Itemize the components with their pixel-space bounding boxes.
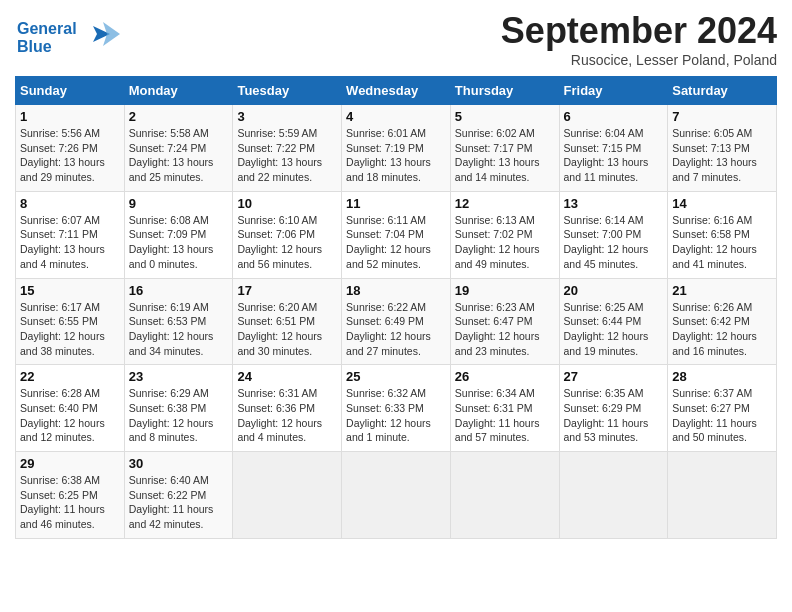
calendar-cell: 5Sunrise: 6:02 AM Sunset: 7:17 PM Daylig… bbox=[450, 105, 559, 192]
calendar-cell: 24Sunrise: 6:31 AM Sunset: 6:36 PM Dayli… bbox=[233, 365, 342, 452]
day-number: 14 bbox=[672, 196, 772, 211]
calendar-cell bbox=[450, 452, 559, 539]
day-info: Sunrise: 6:40 AM Sunset: 6:22 PM Dayligh… bbox=[129, 473, 229, 532]
svg-text:General: General bbox=[17, 20, 77, 37]
weekday-friday: Friday bbox=[559, 77, 668, 105]
logo-text: General Blue bbox=[15, 14, 125, 62]
day-number: 16 bbox=[129, 283, 229, 298]
day-number: 27 bbox=[564, 369, 664, 384]
weekday-thursday: Thursday bbox=[450, 77, 559, 105]
day-info: Sunrise: 6:20 AM Sunset: 6:51 PM Dayligh… bbox=[237, 300, 337, 359]
weekday-saturday: Saturday bbox=[668, 77, 777, 105]
day-number: 29 bbox=[20, 456, 120, 471]
day-info: Sunrise: 6:26 AM Sunset: 6:42 PM Dayligh… bbox=[672, 300, 772, 359]
day-number: 5 bbox=[455, 109, 555, 124]
day-info: Sunrise: 6:08 AM Sunset: 7:09 PM Dayligh… bbox=[129, 213, 229, 272]
day-number: 18 bbox=[346, 283, 446, 298]
day-number: 1 bbox=[20, 109, 120, 124]
day-number: 3 bbox=[237, 109, 337, 124]
calendar-cell: 6Sunrise: 6:04 AM Sunset: 7:15 PM Daylig… bbox=[559, 105, 668, 192]
calendar-cell: 23Sunrise: 6:29 AM Sunset: 6:38 PM Dayli… bbox=[124, 365, 233, 452]
title-area: September 2024 Rusocice, Lesser Poland, … bbox=[501, 10, 777, 68]
calendar-cell: 1Sunrise: 5:56 AM Sunset: 7:26 PM Daylig… bbox=[16, 105, 125, 192]
weekday-header-row: SundayMondayTuesdayWednesdayThursdayFrid… bbox=[16, 77, 777, 105]
calendar-cell: 8Sunrise: 6:07 AM Sunset: 7:11 PM Daylig… bbox=[16, 191, 125, 278]
day-info: Sunrise: 6:13 AM Sunset: 7:02 PM Dayligh… bbox=[455, 213, 555, 272]
day-info: Sunrise: 5:56 AM Sunset: 7:26 PM Dayligh… bbox=[20, 126, 120, 185]
day-info: Sunrise: 6:35 AM Sunset: 6:29 PM Dayligh… bbox=[564, 386, 664, 445]
day-info: Sunrise: 6:19 AM Sunset: 6:53 PM Dayligh… bbox=[129, 300, 229, 359]
day-info: Sunrise: 6:14 AM Sunset: 7:00 PM Dayligh… bbox=[564, 213, 664, 272]
calendar-cell: 9Sunrise: 6:08 AM Sunset: 7:09 PM Daylig… bbox=[124, 191, 233, 278]
day-number: 4 bbox=[346, 109, 446, 124]
calendar-cell: 7Sunrise: 6:05 AM Sunset: 7:13 PM Daylig… bbox=[668, 105, 777, 192]
day-number: 13 bbox=[564, 196, 664, 211]
week-row-5: 29Sunrise: 6:38 AM Sunset: 6:25 PM Dayli… bbox=[16, 452, 777, 539]
logo: General Blue bbox=[15, 14, 125, 62]
day-info: Sunrise: 6:01 AM Sunset: 7:19 PM Dayligh… bbox=[346, 126, 446, 185]
calendar-cell: 17Sunrise: 6:20 AM Sunset: 6:51 PM Dayli… bbox=[233, 278, 342, 365]
day-info: Sunrise: 6:34 AM Sunset: 6:31 PM Dayligh… bbox=[455, 386, 555, 445]
day-info: Sunrise: 5:59 AM Sunset: 7:22 PM Dayligh… bbox=[237, 126, 337, 185]
day-number: 19 bbox=[455, 283, 555, 298]
calendar-cell: 25Sunrise: 6:32 AM Sunset: 6:33 PM Dayli… bbox=[342, 365, 451, 452]
calendar-cell: 15Sunrise: 6:17 AM Sunset: 6:55 PM Dayli… bbox=[16, 278, 125, 365]
day-info: Sunrise: 5:58 AM Sunset: 7:24 PM Dayligh… bbox=[129, 126, 229, 185]
day-info: Sunrise: 6:02 AM Sunset: 7:17 PM Dayligh… bbox=[455, 126, 555, 185]
week-row-2: 8Sunrise: 6:07 AM Sunset: 7:11 PM Daylig… bbox=[16, 191, 777, 278]
weekday-monday: Monday bbox=[124, 77, 233, 105]
day-info: Sunrise: 6:16 AM Sunset: 6:58 PM Dayligh… bbox=[672, 213, 772, 272]
calendar-cell: 29Sunrise: 6:38 AM Sunset: 6:25 PM Dayli… bbox=[16, 452, 125, 539]
day-number: 7 bbox=[672, 109, 772, 124]
calendar-cell: 20Sunrise: 6:25 AM Sunset: 6:44 PM Dayli… bbox=[559, 278, 668, 365]
day-number: 11 bbox=[346, 196, 446, 211]
calendar-cell: 18Sunrise: 6:22 AM Sunset: 6:49 PM Dayli… bbox=[342, 278, 451, 365]
calendar-cell: 22Sunrise: 6:28 AM Sunset: 6:40 PM Dayli… bbox=[16, 365, 125, 452]
calendar-cell: 16Sunrise: 6:19 AM Sunset: 6:53 PM Dayli… bbox=[124, 278, 233, 365]
calendar-cell: 27Sunrise: 6:35 AM Sunset: 6:29 PM Dayli… bbox=[559, 365, 668, 452]
day-number: 25 bbox=[346, 369, 446, 384]
day-info: Sunrise: 6:28 AM Sunset: 6:40 PM Dayligh… bbox=[20, 386, 120, 445]
weekday-sunday: Sunday bbox=[16, 77, 125, 105]
day-info: Sunrise: 6:07 AM Sunset: 7:11 PM Dayligh… bbox=[20, 213, 120, 272]
day-number: 26 bbox=[455, 369, 555, 384]
day-info: Sunrise: 6:29 AM Sunset: 6:38 PM Dayligh… bbox=[129, 386, 229, 445]
week-row-4: 22Sunrise: 6:28 AM Sunset: 6:40 PM Dayli… bbox=[16, 365, 777, 452]
day-number: 8 bbox=[20, 196, 120, 211]
calendar-cell: 30Sunrise: 6:40 AM Sunset: 6:22 PM Dayli… bbox=[124, 452, 233, 539]
day-number: 10 bbox=[237, 196, 337, 211]
day-info: Sunrise: 6:23 AM Sunset: 6:47 PM Dayligh… bbox=[455, 300, 555, 359]
calendar-cell: 19Sunrise: 6:23 AM Sunset: 6:47 PM Dayli… bbox=[450, 278, 559, 365]
calendar-cell: 4Sunrise: 6:01 AM Sunset: 7:19 PM Daylig… bbox=[342, 105, 451, 192]
calendar-cell: 10Sunrise: 6:10 AM Sunset: 7:06 PM Dayli… bbox=[233, 191, 342, 278]
day-number: 12 bbox=[455, 196, 555, 211]
day-number: 17 bbox=[237, 283, 337, 298]
calendar-cell: 28Sunrise: 6:37 AM Sunset: 6:27 PM Dayli… bbox=[668, 365, 777, 452]
day-number: 20 bbox=[564, 283, 664, 298]
day-info: Sunrise: 6:05 AM Sunset: 7:13 PM Dayligh… bbox=[672, 126, 772, 185]
day-info: Sunrise: 6:17 AM Sunset: 6:55 PM Dayligh… bbox=[20, 300, 120, 359]
calendar-cell bbox=[233, 452, 342, 539]
day-info: Sunrise: 6:37 AM Sunset: 6:27 PM Dayligh… bbox=[672, 386, 772, 445]
calendar-body: 1Sunrise: 5:56 AM Sunset: 7:26 PM Daylig… bbox=[16, 105, 777, 539]
day-info: Sunrise: 6:22 AM Sunset: 6:49 PM Dayligh… bbox=[346, 300, 446, 359]
day-info: Sunrise: 6:25 AM Sunset: 6:44 PM Dayligh… bbox=[564, 300, 664, 359]
month-title: September 2024 bbox=[501, 10, 777, 52]
day-number: 28 bbox=[672, 369, 772, 384]
calendar-cell: 26Sunrise: 6:34 AM Sunset: 6:31 PM Dayli… bbox=[450, 365, 559, 452]
day-info: Sunrise: 6:11 AM Sunset: 7:04 PM Dayligh… bbox=[346, 213, 446, 272]
calendar-cell: 2Sunrise: 5:58 AM Sunset: 7:24 PM Daylig… bbox=[124, 105, 233, 192]
day-number: 22 bbox=[20, 369, 120, 384]
location: Rusocice, Lesser Poland, Poland bbox=[501, 52, 777, 68]
week-row-3: 15Sunrise: 6:17 AM Sunset: 6:55 PM Dayli… bbox=[16, 278, 777, 365]
day-number: 9 bbox=[129, 196, 229, 211]
calendar-cell: 14Sunrise: 6:16 AM Sunset: 6:58 PM Dayli… bbox=[668, 191, 777, 278]
week-row-1: 1Sunrise: 5:56 AM Sunset: 7:26 PM Daylig… bbox=[16, 105, 777, 192]
svg-text:Blue: Blue bbox=[17, 38, 52, 55]
weekday-tuesday: Tuesday bbox=[233, 77, 342, 105]
weekday-wednesday: Wednesday bbox=[342, 77, 451, 105]
day-info: Sunrise: 6:38 AM Sunset: 6:25 PM Dayligh… bbox=[20, 473, 120, 532]
calendar-cell: 13Sunrise: 6:14 AM Sunset: 7:00 PM Dayli… bbox=[559, 191, 668, 278]
day-number: 30 bbox=[129, 456, 229, 471]
day-number: 15 bbox=[20, 283, 120, 298]
